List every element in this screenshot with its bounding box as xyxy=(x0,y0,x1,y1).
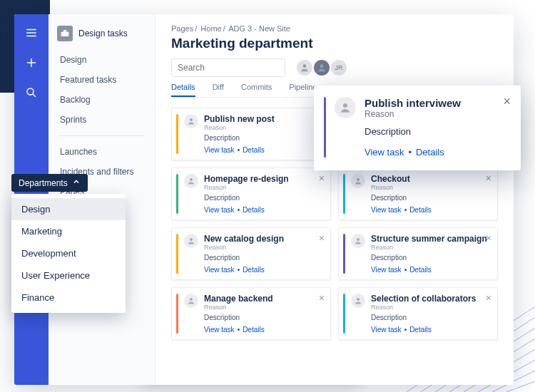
popup-actions: View task•Details xyxy=(365,147,508,158)
close-icon[interactable]: × xyxy=(486,172,491,184)
tab-details[interactable]: Details xyxy=(171,83,195,97)
tab-commits[interactable]: Commits xyxy=(241,83,272,97)
view-task-link[interactable]: View task xyxy=(204,146,235,154)
card-title: New catalog design xyxy=(204,234,325,244)
close-icon[interactable]: × xyxy=(486,232,491,244)
card-actions: View task•Details xyxy=(204,206,325,214)
svg-point-11 xyxy=(357,298,360,301)
tab-diff[interactable]: Diff xyxy=(213,83,224,97)
close-icon[interactable]: × xyxy=(319,172,325,184)
card-reason: Reason xyxy=(204,184,325,191)
task-card[interactable]: Manage backendReasonDescriptionView task… xyxy=(171,287,331,340)
card-title: Selection of collaborators xyxy=(371,294,491,304)
card-description: Description xyxy=(371,254,491,262)
task-card[interactable]: Publish new postReasonDescriptionView ta… xyxy=(171,108,331,160)
sidebar-item[interactable]: Launches xyxy=(49,142,155,162)
close-icon[interactable]: × xyxy=(319,292,325,304)
avatar-jr[interactable]: JR xyxy=(331,60,347,76)
page-title: Marketing department xyxy=(171,36,498,51)
avatar xyxy=(351,294,365,308)
details-link[interactable]: Details xyxy=(243,266,265,274)
card-description: Description xyxy=(371,314,491,321)
department-item[interactable]: Development xyxy=(11,242,126,264)
department-item[interactable]: Finance xyxy=(11,287,126,309)
card-stripe xyxy=(176,174,178,214)
departments-toggle[interactable]: Departments xyxy=(11,174,88,192)
view-task-link[interactable]: View task xyxy=(204,206,235,214)
department-item[interactable]: Design xyxy=(11,198,126,220)
svg-point-0 xyxy=(27,88,34,95)
card-reason: Reason xyxy=(204,244,325,251)
sidebar-item[interactable]: Sprints xyxy=(49,110,155,130)
crumb-adg[interactable]: ADG 3 - New Site xyxy=(228,24,290,33)
sidebar-item[interactable]: Backlog xyxy=(49,90,155,110)
details-link[interactable]: Details xyxy=(409,206,432,214)
add-icon[interactable] xyxy=(21,53,41,73)
card-actions: View task•Details xyxy=(204,326,325,334)
card-title: Publish new post xyxy=(204,114,325,124)
card-stripe xyxy=(343,294,345,334)
departments-panel: DesignMarketingDevelopmentUser Experienc… xyxy=(11,194,126,313)
view-task-link[interactable]: View task xyxy=(371,206,402,214)
close-icon[interactable]: × xyxy=(486,292,491,304)
card-stripe xyxy=(176,294,178,334)
avatar xyxy=(184,114,198,128)
card-actions: View task•Details xyxy=(371,266,491,274)
sidebar-header: Design tasks xyxy=(49,23,155,50)
card-actions: View task•Details xyxy=(371,206,491,214)
details-link[interactable]: Details xyxy=(243,326,265,334)
avatar xyxy=(351,234,365,248)
department-item[interactable]: User Experience xyxy=(11,264,126,287)
popup-title: Publish interviwew xyxy=(365,97,508,109)
department-item[interactable]: Marketing xyxy=(11,220,126,242)
crumb-home[interactable]: Home xyxy=(200,24,221,33)
details-link[interactable]: Details xyxy=(416,147,444,158)
avatar[interactable] xyxy=(314,60,330,76)
avatar xyxy=(184,294,198,308)
svg-point-7 xyxy=(357,178,360,181)
card-stripe xyxy=(176,234,178,274)
card-title: Checkout xyxy=(371,174,491,184)
avatar[interactable] xyxy=(297,60,312,76)
sidebar-item[interactable]: Design xyxy=(49,50,155,70)
card-description: Description xyxy=(204,314,325,321)
sidebar-item[interactable]: Featured tasks xyxy=(49,70,155,90)
task-card[interactable]: Homepage re-designReasonDescriptionView … xyxy=(171,167,331,220)
task-card[interactable]: New catalog designReasonDescriptionView … xyxy=(171,227,331,280)
card-description: Description xyxy=(204,194,325,202)
details-link[interactable]: Details xyxy=(409,266,432,274)
card-actions: View task•Details xyxy=(204,146,325,154)
svg-point-12 xyxy=(343,103,347,108)
card-title: Manage backend xyxy=(204,294,325,304)
details-link[interactable]: Details xyxy=(243,206,265,214)
close-icon[interactable]: × xyxy=(319,232,325,244)
svg-point-3 xyxy=(320,64,324,68)
close-icon[interactable]: × xyxy=(503,94,511,109)
crumb-pages[interactable]: Pages xyxy=(171,24,193,33)
details-link[interactable]: Details xyxy=(409,326,432,334)
card-title: Homepage re-design xyxy=(204,174,325,184)
task-card[interactable]: Structure summer campaignReasonDescripti… xyxy=(338,227,498,280)
sidebar-title: Design tasks xyxy=(78,29,128,38)
view-task-link[interactable]: View task xyxy=(365,147,404,158)
search-icon[interactable] xyxy=(21,83,41,103)
avatar xyxy=(184,234,198,248)
card-reason: Reason xyxy=(371,184,491,191)
svg-point-10 xyxy=(190,298,193,301)
view-task-link[interactable]: View task xyxy=(204,266,235,274)
task-card[interactable]: Selection of collaboratorsReasonDescript… xyxy=(338,287,498,340)
chevron-up-icon xyxy=(72,177,81,188)
tab-pipeline[interactable]: Pipeline xyxy=(289,83,317,97)
card-title: Structure summer campaign xyxy=(371,234,491,244)
view-task-link[interactable]: View task xyxy=(371,266,402,274)
task-card[interactable]: CheckoutReasonDescriptionView task•Detai… xyxy=(338,167,498,220)
card-actions: View task•Details xyxy=(371,326,491,334)
view-task-link[interactable]: View task xyxy=(204,326,235,334)
card-stripe xyxy=(343,174,345,214)
search-input[interactable] xyxy=(171,58,285,77)
menu-icon[interactable] xyxy=(21,23,41,43)
svg-rect-1 xyxy=(61,32,69,36)
details-link[interactable]: Details xyxy=(243,146,265,154)
view-task-link[interactable]: View task xyxy=(371,326,402,334)
popup-reason: Reason xyxy=(365,109,508,119)
